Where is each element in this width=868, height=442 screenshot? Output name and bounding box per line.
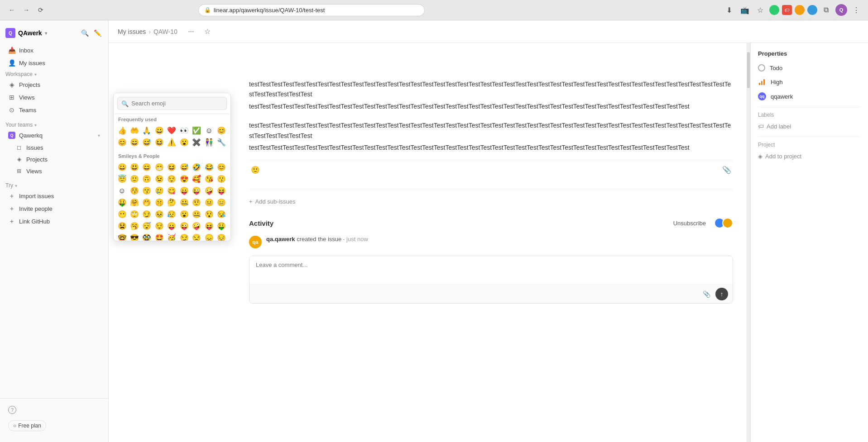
emoji-s56[interactable]: 😎 <box>129 232 140 241</box>
sidebar-item-qawerkq[interactable]: Q Qawerkq ▾ <box>3 129 106 141</box>
emoji-pray[interactable]: 🙏 <box>141 125 153 136</box>
emoji-s7[interactable]: 🤣 <box>191 162 202 173</box>
emoji-s37[interactable]: 😶 <box>116 209 128 220</box>
emoji-eyes[interactable]: 👀 <box>178 125 190 136</box>
add-project-button[interactable]: ◈ Add to project <box>758 152 861 161</box>
emoji-s27[interactable]: 😝 <box>216 185 227 196</box>
emoji-s52[interactable]: 🤪 <box>191 220 202 232</box>
attachment-icon[interactable]: 📎 <box>720 164 733 176</box>
emoji-s10[interactable]: 😇 <box>116 173 128 185</box>
emoji-s43[interactable]: 🤐 <box>191 209 202 220</box>
compose-button[interactable]: ✏️ <box>92 28 103 38</box>
emoji-s12[interactable]: 🙃 <box>141 173 153 185</box>
emoji-s47[interactable]: 🥱 <box>129 220 140 232</box>
sidebar-item-views[interactable]: ⊞ Views <box>3 91 106 103</box>
emoji-s53[interactable]: 😝 <box>203 220 215 232</box>
emoji-warn[interactable]: ⚠️ <box>166 137 177 148</box>
emoji-s6[interactable]: 😅 <box>178 162 190 173</box>
emoji-heart[interactable]: ❤️ <box>166 125 177 136</box>
emoji-s20[interactable]: 😚 <box>129 185 140 196</box>
priority-value[interactable]: High <box>771 79 783 86</box>
emoji-s28[interactable]: 🤑 <box>116 197 128 208</box>
more-options-button[interactable]: ··· <box>185 25 197 38</box>
sidebar-item-teams[interactable]: ⊙ Teams <box>3 104 106 116</box>
emoji-search-input[interactable] <box>117 97 227 110</box>
emoji-s44[interactable]: 😯 <box>203 209 215 220</box>
user-avatar[interactable]: Q <box>835 4 847 16</box>
emoji-s40[interactable]: 😣 <box>153 209 165 220</box>
emoji-check[interactable]: ✅ <box>191 125 202 136</box>
sidebar-item-my-issues[interactable]: 👤 My issues <box>3 57 106 69</box>
comment-input[interactable] <box>249 256 733 283</box>
screenshot-btn[interactable]: ⬇ <box>723 4 736 16</box>
menu-btn[interactable]: ⋮ <box>850 4 863 16</box>
unsubscribe-button[interactable]: Unsubscribe <box>670 218 710 228</box>
emoji-s48[interactable]: 😴 <box>141 220 153 232</box>
emoji-s36[interactable]: 😑 <box>216 197 227 208</box>
comment-attachment-button[interactable]: 📎 <box>700 288 713 300</box>
emoji-s41[interactable]: 😥 <box>166 209 177 220</box>
emoji-s25[interactable]: 😜 <box>191 185 202 196</box>
sidebar-item-import[interactable]: + Import issues <box>3 190 106 202</box>
emoji-couple[interactable]: 👫 <box>203 137 215 148</box>
emoji-s19[interactable]: ☺️ <box>116 185 128 196</box>
emoji-s9[interactable]: 😊 <box>216 162 227 173</box>
emoji-s13[interactable]: 😉 <box>153 173 165 185</box>
emoji-s57[interactable]: 🥸 <box>141 232 153 241</box>
emoji-smile2[interactable]: 😊 <box>116 137 128 148</box>
free-plan-button[interactable]: ○ Free plan <box>3 418 106 434</box>
sidebar-item-team-issues[interactable]: ◻ Issues <box>3 142 106 153</box>
emoji-s46[interactable]: 😫 <box>116 220 128 232</box>
emoji-smile[interactable]: ☺️ <box>203 125 215 136</box>
emoji-s26[interactable]: 🤪 <box>203 185 215 196</box>
sidebar-item-team-views[interactable]: ⊞ Views <box>3 166 106 176</box>
refresh-button[interactable]: ⟳ <box>34 4 47 16</box>
cast-btn[interactable]: 📺 <box>739 4 751 16</box>
emoji-s54[interactable]: 🤑 <box>216 220 227 232</box>
search-button[interactable]: 🔍 <box>79 28 90 38</box>
emoji-s23[interactable]: 😋 <box>166 185 177 196</box>
emoji-s11[interactable]: 🙂 <box>129 173 140 185</box>
emoji-s62[interactable]: 😞 <box>203 232 215 241</box>
status-value[interactable]: Todo <box>770 65 782 71</box>
emoji-s5[interactable]: 😆 <box>166 162 177 173</box>
emoji-s61[interactable]: 😒 <box>191 232 202 241</box>
emoji-blush[interactable]: 😊 <box>216 125 227 136</box>
help-button[interactable]: ? <box>3 403 106 417</box>
emoji-s29[interactable]: 🤗 <box>129 197 140 208</box>
emoji-scroll-area[interactable]: Frequently used 👍 🤲 🙏 😀 ❤️ 👀 ✅ ☺️ 😊 <box>114 114 230 241</box>
emoji-s31[interactable]: 🤫 <box>153 197 165 208</box>
emoji-s30[interactable]: 🤭 <box>141 197 153 208</box>
add-label-button[interactable]: 🏷 Add label <box>758 122 861 131</box>
emoji-s14[interactable]: 😌 <box>166 173 177 185</box>
emoji-x[interactable]: ✖️ <box>191 137 202 148</box>
back-button[interactable]: ← <box>5 4 18 16</box>
emoji-s32[interactable]: 🤔 <box>166 197 177 208</box>
emoji-s16[interactable]: 🥰 <box>191 173 202 185</box>
your-teams-section[interactable]: Your teams ▾ <box>0 120 108 129</box>
add-sub-issues-button[interactable]: + Add sub-issues <box>249 196 733 207</box>
emoji-s22[interactable]: 🥲 <box>153 185 165 196</box>
emoji-sweat[interactable]: 😅 <box>141 137 153 148</box>
sidebar-item-github[interactable]: + Link GitHub <box>3 215 106 227</box>
emoji-s8[interactable]: 😂 <box>203 162 215 173</box>
emoji-wrench[interactable]: 🔧 <box>216 137 227 148</box>
emoji-s4[interactable]: 😁 <box>153 162 165 173</box>
sidebar-item-inbox[interactable]: 📥 Inbox <box>3 44 106 56</box>
vertical-scrollbar[interactable] <box>747 43 750 442</box>
forward-button[interactable]: → <box>20 4 33 16</box>
emoji-s1[interactable]: 😀 <box>116 162 128 173</box>
breadcrumb-my-issues[interactable]: My issues <box>118 28 146 35</box>
try-section[interactable]: Try ▾ <box>0 181 108 190</box>
comment-submit-button[interactable]: ↑ <box>715 288 728 300</box>
emoji-s17[interactable]: 😘 <box>203 173 215 185</box>
assignee-value[interactable]: qqawerk <box>771 93 793 100</box>
emoji-s59[interactable]: 🥳 <box>166 232 177 241</box>
emoji-s42[interactable]: 😮 <box>178 209 190 220</box>
emoji-s58[interactable]: 🤩 <box>153 232 165 241</box>
emoji-s34[interactable]: 🤨 <box>191 197 202 208</box>
emoji-thumbsup[interactable]: 👍 <box>116 125 128 136</box>
sidebar-item-invite[interactable]: + Invite people <box>3 203 106 214</box>
favorite-button[interactable]: ☆ <box>201 25 214 38</box>
emoji-s18[interactable]: 😗 <box>216 173 227 185</box>
